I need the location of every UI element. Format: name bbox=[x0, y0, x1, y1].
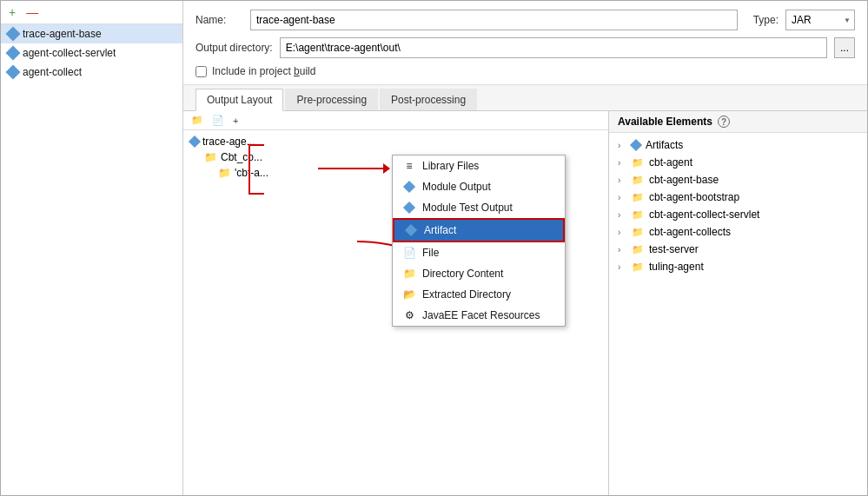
available-item-label: cbt-agent-collect-servlet bbox=[649, 208, 759, 221]
available-item[interactable]: ›📁test-server bbox=[609, 241, 867, 258]
menu-item-label: JavaEE Facet Resources bbox=[422, 309, 540, 321]
expand-arrow-icon: › bbox=[618, 210, 626, 220]
available-item-label: Artifacts bbox=[646, 139, 683, 151]
layout-area: 📁 📄 + trace-age...📁Cbt_co...📁'cbt-a... ≡… bbox=[183, 111, 867, 495]
available-item-label: cbt-agent-bootstrap bbox=[649, 191, 739, 203]
folder-avail-icon: 📁 bbox=[632, 261, 644, 273]
available-item-label: cbt-agent-base bbox=[649, 174, 719, 186]
expand-arrow-icon: › bbox=[618, 141, 626, 150]
sidebar-item-label: trace-agent-base bbox=[23, 28, 102, 40]
tree-toolbar: 📁 📄 + bbox=[183, 111, 608, 130]
sidebar-item[interactable]: agent-collect-servlet bbox=[1, 43, 182, 63]
menu-item-label: Library Files bbox=[422, 160, 479, 172]
folder-avail-icon: 📁 bbox=[632, 227, 644, 238]
menu-item-library-files[interactable]: ≡Library Files bbox=[393, 155, 565, 176]
tree-panel: 📁 📄 + trace-age...📁Cbt_co...📁'cbt-a... ≡… bbox=[183, 111, 609, 495]
sidebar-item-label: agent-collect-servlet bbox=[23, 47, 116, 59]
available-item[interactable]: ›📁cbt-agent-collects bbox=[609, 223, 867, 241]
name-row: Name: Type: JAR WAR EAR bbox=[195, 10, 855, 30]
menu-item-file[interactable]: 📄File bbox=[393, 242, 565, 263]
menu-item-extracted-directory[interactable]: 📂Extracted Directory bbox=[393, 284, 565, 305]
tree-add-btn[interactable]: + bbox=[230, 115, 241, 127]
tabs-bar: Output Layout Pre-processing Post-proces… bbox=[183, 85, 867, 111]
sidebar-items-list: trace-agent-baseagent-collect-servletage… bbox=[1, 24, 182, 495]
tree-file-icon: 📄 bbox=[209, 114, 227, 127]
available-item-label: cbt-agent-collects bbox=[649, 226, 731, 238]
diamond-icon bbox=[6, 65, 21, 80]
folder-icon: 📁 bbox=[204, 151, 217, 163]
available-item[interactable]: ›📁cbt-agent bbox=[609, 154, 867, 171]
sidebar-item[interactable]: trace-agent-base bbox=[1, 24, 182, 43]
add-artifact-button[interactable]: + bbox=[6, 4, 18, 20]
tab-pre-processing[interactable]: Pre-processing bbox=[285, 89, 378, 110]
folder-icon: 📁 bbox=[218, 167, 231, 179]
available-header: Available Elements ? bbox=[609, 111, 867, 133]
available-item-label: cbt-agent bbox=[649, 156, 692, 169]
red-bracket-bottom bbox=[248, 193, 264, 195]
sidebar-item-label: agent-collect bbox=[23, 66, 82, 78]
tree-item-label: trace-age... bbox=[202, 136, 255, 148]
expand-arrow-icon: › bbox=[618, 228, 626, 237]
expand-arrow-icon: › bbox=[618, 158, 626, 168]
expand-arrow-icon: › bbox=[618, 262, 626, 272]
gear-file-icon: ⚙ bbox=[403, 309, 415, 321]
browse-button[interactable]: ... bbox=[834, 37, 855, 58]
file-icon: 📄 bbox=[403, 247, 415, 259]
tree-item-label: Cbt_co... bbox=[221, 151, 262, 163]
dropdown-context-menu: ≡Library FilesModule OutputModule Test O… bbox=[392, 155, 566, 327]
menu-item-module-test-output[interactable]: Module Test Output bbox=[393, 197, 565, 218]
available-item[interactable]: ›📁cbt-agent-bootstrap bbox=[609, 188, 867, 206]
menu-item-label: Directory Content bbox=[422, 268, 503, 280]
menu-item-javaee-facet-resources[interactable]: ⚙JavaEE Facet Resources bbox=[393, 305, 565, 326]
name-label: Name: bbox=[195, 14, 243, 26]
form-section: Name: Type: JAR WAR EAR Output directory… bbox=[183, 1, 867, 85]
available-items-list: ›Artifacts›📁cbt-agent›📁cbt-agent-base›📁c… bbox=[609, 133, 867, 495]
remove-artifact-button[interactable]: — bbox=[23, 4, 41, 20]
available-item[interactable]: ›📁cbt-agent-base bbox=[609, 171, 867, 188]
diamond-small-icon bbox=[189, 136, 201, 148]
tree-item[interactable]: trace-age... bbox=[183, 134, 608, 149]
output-label: Output directory: bbox=[195, 42, 273, 54]
folder-avail-icon: 📁 bbox=[632, 209, 644, 221]
menu-item-directory-content[interactable]: 📁Directory Content bbox=[393, 263, 565, 284]
available-item[interactable]: ›📁tuling-agent bbox=[609, 258, 867, 275]
available-item[interactable]: ›📁cbt-agent-collect-servlet bbox=[609, 206, 867, 223]
sidebar-item[interactable]: agent-collect bbox=[1, 63, 182, 82]
available-item-label: test-server bbox=[649, 243, 699, 255]
diamond-icon bbox=[6, 27, 21, 42]
diamond-sm-icon bbox=[405, 224, 417, 236]
tab-output-layout[interactable]: Output Layout bbox=[195, 89, 283, 111]
expand-arrow-icon: › bbox=[618, 245, 626, 255]
available-panel: Available Elements ? ›Artifacts›📁cbt-age… bbox=[609, 111, 867, 495]
output-row: Output directory: ... bbox=[195, 37, 855, 58]
available-item-label: tuling-agent bbox=[649, 261, 704, 273]
folder-avail-icon: 📁 bbox=[632, 175, 644, 186]
tree-folder-icon: 📁 bbox=[189, 114, 206, 127]
checkbox-row: Include in project build bbox=[195, 65, 855, 77]
sidebar-toolbar: + — bbox=[1, 1, 182, 24]
available-item[interactable]: ›Artifacts bbox=[609, 136, 867, 154]
folder-avail-icon: 📁 bbox=[632, 157, 644, 169]
diamond-sm-icon bbox=[403, 202, 415, 214]
sidebar: + — trace-agent-baseagent-collect-servle… bbox=[1, 1, 183, 495]
tree-item-label: 'cbt-a... bbox=[235, 167, 268, 179]
diamond-sm-icon bbox=[403, 181, 415, 193]
output-dir-input[interactable] bbox=[280, 37, 827, 58]
name-input[interactable] bbox=[250, 10, 738, 30]
menu-item-label: File bbox=[422, 247, 439, 259]
type-select[interactable]: JAR WAR EAR bbox=[785, 10, 855, 30]
type-select-wrapper: JAR WAR EAR bbox=[785, 10, 855, 30]
menu-item-artifact[interactable]: Artifact bbox=[393, 218, 565, 242]
help-icon[interactable]: ? bbox=[718, 116, 730, 128]
include-in-build-label: Include in project build bbox=[212, 65, 315, 77]
menu-item-module-output[interactable]: Module Output bbox=[393, 176, 565, 197]
expand-arrow-icon: › bbox=[618, 175, 626, 185]
diamond-icon bbox=[6, 46, 21, 61]
menu-item-label: Extracted Directory bbox=[422, 288, 511, 301]
menu-item-label: Artifact bbox=[424, 224, 456, 236]
content-area: Name: Type: JAR WAR EAR Output directory… bbox=[183, 1, 867, 495]
available-title: Available Elements bbox=[618, 116, 712, 128]
folder-avail-icon: 📁 bbox=[632, 192, 644, 203]
tab-post-processing[interactable]: Post-processing bbox=[380, 89, 477, 110]
include-in-build-checkbox[interactable] bbox=[195, 66, 207, 77]
